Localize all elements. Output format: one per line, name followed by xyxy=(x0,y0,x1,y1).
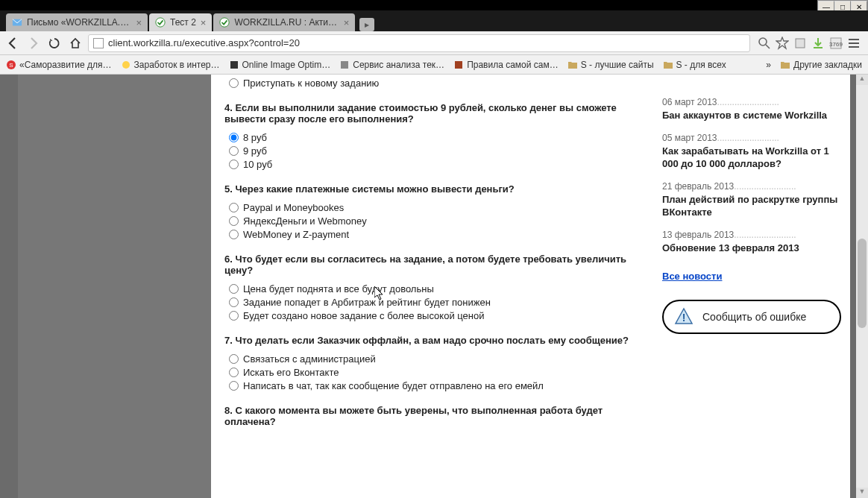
main-content: Приступать к новому заданию 4. Если вы в… xyxy=(211,75,653,498)
radio-input[interactable] xyxy=(229,160,239,169)
scroll-down-icon[interactable]: ▼ xyxy=(856,488,868,498)
svg-point-3 xyxy=(759,38,767,45)
news-title[interactable]: План действий по раскрутке группы ВКонта… xyxy=(662,193,841,219)
question-7: 7. Что делать если Заказчик оффлайн, а в… xyxy=(224,335,640,346)
svg-rect-15 xyxy=(230,61,238,69)
other-bookmarks[interactable]: Другие закладки xyxy=(780,60,862,70)
close-icon[interactable]: × xyxy=(201,17,207,28)
radio-input[interactable] xyxy=(229,297,239,307)
news-title[interactable]: Как зарабатывать на Workzilla от 1 000 д… xyxy=(662,145,841,171)
bookmark-folder[interactable]: S - для всех xyxy=(663,60,726,70)
question-6: 6. Что будет если вы согласитесь на зада… xyxy=(224,253,640,276)
site-icon: S xyxy=(6,60,16,70)
radio-option[interactable]: WebMoney и Z-payment xyxy=(229,229,640,240)
tab-workzilla-mail[interactable]: Письмо «WORKZILLA.RU × xyxy=(6,13,148,31)
folder-icon xyxy=(663,60,673,70)
site-icon xyxy=(121,60,131,70)
radio-option[interactable]: Написать в чат, так как сообщение будет … xyxy=(229,380,640,391)
radio-option[interactable]: 8 руб xyxy=(229,132,640,143)
address-bar[interactable]: client.workzilla.ru/executive.aspx?contr… xyxy=(88,34,750,52)
all-news-link[interactable]: Все новости xyxy=(662,271,722,282)
close-icon[interactable]: × xyxy=(136,17,142,28)
report-error-button[interactable]: ! Сообщить об ошибке xyxy=(662,300,841,334)
bookmark-item[interactable]: Правила самой сам… xyxy=(453,60,559,70)
radio-input[interactable] xyxy=(229,381,239,391)
page-icon xyxy=(93,38,104,48)
tab-workzilla-activate[interactable]: WORKZILLA.RU : Активац... × xyxy=(213,13,355,31)
question-4: 4. Если вы выполнили задание стоимостью … xyxy=(224,102,640,125)
radio-option[interactable]: Связаться с администрацией xyxy=(229,353,640,365)
radio-option[interactable]: Приступать к новому заданию xyxy=(229,78,640,89)
svg-rect-5 xyxy=(796,39,805,48)
close-icon[interactable]: × xyxy=(344,17,350,28)
bookmark-item[interactable]: S«Саморазвитие для… xyxy=(6,60,112,70)
radio-input[interactable] xyxy=(229,216,239,226)
mail-icon xyxy=(12,17,22,28)
extension-icon[interactable] xyxy=(793,37,807,50)
radio-option[interactable]: 10 руб xyxy=(229,159,640,170)
site-icon xyxy=(339,60,350,70)
toolbar: client.workzilla.ru/executive.aspx?contr… xyxy=(0,31,868,55)
svg-text:!: ! xyxy=(682,312,686,324)
page-viewport: Приступать к новому заданию 4. Если вы в… xyxy=(0,75,868,498)
radio-input[interactable] xyxy=(229,311,239,321)
folder-icon xyxy=(780,60,790,70)
reload-button[interactable] xyxy=(46,35,63,51)
svg-text:S: S xyxy=(9,62,13,69)
sidebar: 06 март 2013 Бан аккаунтов в системе Wor… xyxy=(653,75,850,498)
radio-input[interactable] xyxy=(229,133,239,142)
url-text: client.workzilla.ru/executive.aspx?contr… xyxy=(108,37,300,48)
question-5: 5. Через какие платежные системы можно в… xyxy=(224,183,640,195)
search-icon[interactable] xyxy=(758,37,771,50)
menu-icon[interactable] xyxy=(847,37,861,50)
bookmark-item[interactable]: Online Image Optim… xyxy=(229,60,331,70)
scroll-up-icon[interactable]: ▲ xyxy=(856,75,868,85)
radio-input[interactable] xyxy=(229,203,239,212)
check-icon xyxy=(219,17,230,28)
radio-input[interactable] xyxy=(229,146,239,156)
radio-option[interactable]: Задание попадет в Арбитраж и рейтинг буд… xyxy=(229,297,640,308)
svg-rect-16 xyxy=(341,61,348,69)
extension-icon-2[interactable]: 3769 xyxy=(829,37,843,50)
scrollbar-thumb[interactable] xyxy=(858,239,867,328)
svg-point-14 xyxy=(122,61,130,69)
reload-icon xyxy=(48,37,60,49)
radio-option[interactable]: Цена будет поднята и все будут довольны xyxy=(229,283,640,294)
back-icon xyxy=(6,37,19,50)
radio-input[interactable] xyxy=(229,78,239,88)
check-icon xyxy=(155,17,166,28)
radio-input[interactable] xyxy=(229,230,239,239)
news-title[interactable]: Бан аккаунтов в системе Workzilla xyxy=(662,109,841,122)
svg-text:3769: 3769 xyxy=(829,41,843,48)
radio-input[interactable] xyxy=(229,284,239,294)
tab-test2[interactable]: Тест 2 × xyxy=(149,13,212,31)
bookmark-chevron[interactable]: » xyxy=(766,60,771,70)
svg-point-1 xyxy=(156,18,165,27)
news-title[interactable]: Обновение 13 февраля 2013 xyxy=(662,242,841,255)
star-icon[interactable] xyxy=(776,37,789,50)
question-8: 8. С какого момента вы можете быть увере… xyxy=(224,405,640,427)
new-tab-button[interactable]: ▸ xyxy=(359,18,374,31)
bookmark-item[interactable]: Сервис анализа тек… xyxy=(339,60,444,70)
site-icon xyxy=(229,60,239,70)
bookmark-folder[interactable]: S - лучшие сайты xyxy=(567,60,654,70)
folder-icon xyxy=(567,60,578,70)
bookmark-item[interactable]: Заработок в интер… xyxy=(121,60,220,70)
tab-label: WORKZILLA.RU : Активац... xyxy=(234,17,339,28)
news-date: 13 февраль 2013 xyxy=(662,230,841,240)
bookmarks-bar: S«Саморазвитие для… Заработок в интер… O… xyxy=(0,55,868,75)
radio-option[interactable]: Paypal и Moneybookes xyxy=(229,202,640,213)
radio-option[interactable]: Искать его Вконтакте xyxy=(229,367,640,378)
forward-button[interactable] xyxy=(25,35,42,51)
radio-option[interactable]: ЯндексДеньги и Webmoney xyxy=(229,215,640,227)
download-icon[interactable] xyxy=(811,37,825,50)
radio-input[interactable] xyxy=(229,354,239,364)
home-button[interactable] xyxy=(67,35,84,51)
radio-option[interactable]: Будет создано новое задание с более высо… xyxy=(229,310,640,321)
news-date: 06 март 2013 xyxy=(662,97,841,107)
radio-input[interactable] xyxy=(229,368,239,377)
back-button[interactable] xyxy=(4,35,21,51)
radio-option[interactable]: 9 руб xyxy=(229,145,640,157)
home-icon xyxy=(69,37,81,49)
scrollbar[interactable]: ▲ ▼ xyxy=(856,75,868,498)
